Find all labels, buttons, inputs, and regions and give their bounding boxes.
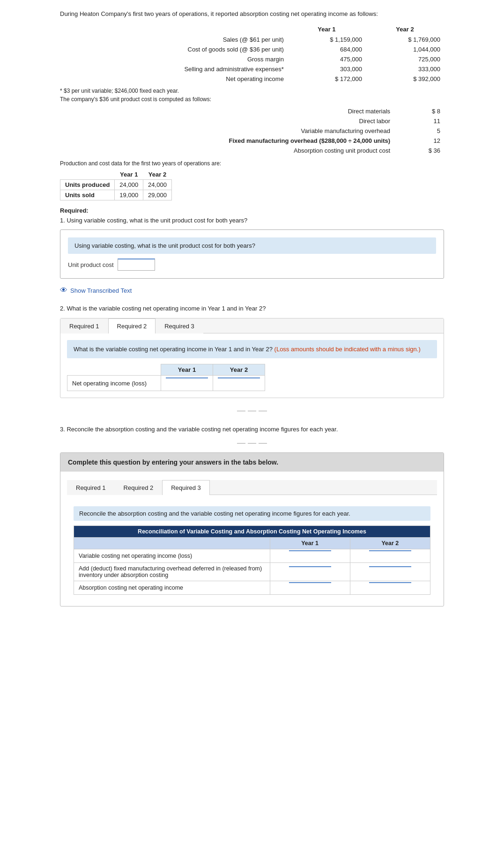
noi-header-year1: Year 1 <box>161 364 213 376</box>
show-transcribed-label: Show Transcribed Text <box>70 287 132 294</box>
production-intro: Production and cost data for the first t… <box>60 160 444 167</box>
uc-row-label-3: Fixed manufacturing overhead ($288,000 ÷… <box>60 136 394 146</box>
question2-text: 2. What is the variable costing net oper… <box>60 304 444 313</box>
noi-year1-input[interactable] <box>166 377 208 389</box>
answer-box-1: Using variable costing, what is the unit… <box>60 229 444 279</box>
tabs-required-1: Required 1 Required 2 Required 3 What is… <box>60 318 444 399</box>
tab-required2-b[interactable]: Required 2 <box>115 480 163 495</box>
recon-row-1: Add (deduct) fixed manufacturing overhea… <box>74 562 430 581</box>
recon-main-title: Reconciliation of Variable Costing and A… <box>74 525 430 537</box>
q1-in-box: Using variable costing, what is the unit… <box>68 237 436 254</box>
intro-text: During Heaton Company's first two years … <box>60 9 444 19</box>
noi-header-year2: Year 2 <box>213 364 265 376</box>
complete-box: Complete this question by entering your … <box>60 452 444 606</box>
recon-col-year1: Year 1 <box>270 537 350 549</box>
uc-row-val-3: 12 <box>394 136 444 146</box>
uc-row-val-2: 5 <box>394 126 444 136</box>
income-table: Year 1 Year 2 Sales (@ $61 per unit)$ 1,… <box>60 24 444 84</box>
prod-row-label-1: Units sold <box>60 190 115 200</box>
noi-row: Net operating income (loss) <box>67 376 265 391</box>
prod-header-year1: Year 1 <box>115 170 143 180</box>
income-row-y2-0: $ 1,769,000 <box>366 35 444 44</box>
complete-box-inner: Required 1 Required 2 Required 3 Reconci… <box>60 472 444 606</box>
tab2-question: What is the variable costing net operati… <box>67 340 437 359</box>
noi-year2-input[interactable] <box>218 377 260 389</box>
reconcile-question: Reconcile the absorption costing and the… <box>74 506 430 521</box>
income-row-y2-3: 333,000 <box>366 64 444 74</box>
recon-y1-input-2[interactable] <box>289 582 331 593</box>
tab-required1-b[interactable]: Required 1 <box>67 480 115 495</box>
uc-row-val-1: 11 <box>394 116 444 126</box>
uc-row-label-4: Absorption costing unit product cost <box>60 146 394 155</box>
uc-row-val-0: $ 8 <box>394 106 444 116</box>
footnote-1: * $3 per unit variable; $246,000 fixed e… <box>60 88 444 94</box>
complete-tab-content: Reconcile the absorption costing and the… <box>67 495 437 601</box>
unit-product-cost-input[interactable] <box>118 259 155 271</box>
prod-row-y1-0: 24,000 <box>115 179 143 190</box>
prod-row-y1-1: 19,000 <box>115 190 143 200</box>
recon-y1-cell-0 <box>270 549 350 562</box>
recon-label-0: Variable costing net operating income (l… <box>74 549 270 562</box>
tab-required3-a[interactable]: Required 3 <box>156 318 203 333</box>
tab-content-req2: What is the variable costing net operati… <box>60 333 444 398</box>
income-row-label-4: Net operating income <box>60 74 288 84</box>
income-row-label-0: Sales (@ $61 per unit) <box>60 35 288 44</box>
noi-year1-cell <box>161 376 213 391</box>
income-row-y1-2: 475,000 <box>288 54 366 64</box>
eye-icon: 👁 <box>60 286 67 295</box>
prod-row-y2-1: 29,000 <box>143 190 172 200</box>
uc-row-label-2: Variable manufacturing overhead <box>60 126 394 136</box>
income-row-y1-3: 303,000 <box>288 64 366 74</box>
prod-row-y2-0: 24,000 <box>143 179 172 190</box>
recon-col-year2: Year 2 <box>350 537 430 549</box>
recon-y2-input-1[interactable] <box>369 566 411 577</box>
uc-row-label-1: Direct labor <box>60 116 394 126</box>
show-transcribed-btn[interactable]: 👁 Show Transcribed Text <box>60 286 444 295</box>
recon-y1-cell-1 <box>270 562 350 581</box>
scroll-indicator-2: — — — <box>60 438 444 448</box>
recon-y2-input-0[interactable] <box>369 550 411 562</box>
recon-y1-input-0[interactable] <box>289 550 331 562</box>
recon-y1-input-1[interactable] <box>289 566 331 577</box>
recon-label-2: Absorption costing net operating income <box>74 581 270 594</box>
income-row-label-3: Selling and administrative expenses* <box>60 64 288 74</box>
noi-year2-cell <box>213 376 265 391</box>
noi-row-label: Net operating income (loss) <box>67 376 161 391</box>
income-row-y1-0: $ 1,159,000 <box>288 35 366 44</box>
prod-header-year2: Year 2 <box>143 170 172 180</box>
tabs-header-1: Required 1 Required 2 Required 3 <box>60 318 444 333</box>
recon-table: Reconciliation of Variable Costing and A… <box>74 525 430 595</box>
income-row-y1-1: 684,000 <box>288 44 366 54</box>
question3-text: 3. Reconcile the absorption costing and … <box>60 425 444 434</box>
production-table: Year 1 Year 2 Units produced24,00024,000… <box>60 170 172 200</box>
income-row-y2-2: 725,000 <box>366 54 444 64</box>
recon-y2-cell-2 <box>350 581 430 594</box>
income-row-y1-4: $ 172,000 <box>288 74 366 84</box>
income-row-y2-1: 1,044,000 <box>366 44 444 54</box>
footnote-2: The company's $36 unit product cost is c… <box>60 96 444 103</box>
prod-row-label-0: Units produced <box>60 179 115 190</box>
unit-product-cost-label: Unit product cost <box>68 261 114 268</box>
recon-label-1: Add (deduct) fixed manufacturing overhea… <box>74 562 270 581</box>
uc-row-label-0: Direct materials <box>60 106 394 116</box>
tab-required1-a[interactable]: Required 1 <box>60 318 108 333</box>
uc-row-val-4: $ 36 <box>394 146 444 155</box>
required-label: Required: <box>60 207 444 214</box>
question1-text: 1. Using variable costing, what is the u… <box>60 216 444 225</box>
income-header-year1: Year 1 <box>288 24 366 35</box>
tab2-highlight: (Loss amounts should be indicated with a… <box>274 346 421 353</box>
income-header-year2: Year 2 <box>366 24 444 35</box>
recon-row-0: Variable costing net operating income (l… <box>74 549 430 562</box>
recon-row-2: Absorption costing net operating income <box>74 581 430 594</box>
recon-y1-cell-2 <box>270 581 350 594</box>
recon-col-blank <box>74 537 270 549</box>
recon-y2-input-2[interactable] <box>369 582 411 593</box>
recon-y2-cell-0 <box>350 549 430 562</box>
complete-box-header: Complete this question by entering your … <box>60 453 444 472</box>
complete-tabs-header: Required 1 Required 2 Required 3 <box>67 480 437 495</box>
scroll-indicator: — — — <box>60 406 444 415</box>
tab-required2-a[interactable]: Required 2 <box>108 318 156 333</box>
income-row-label-1: Cost of goods sold (@ $36 per unit) <box>60 44 288 54</box>
tab-required3-b[interactable]: Required 3 <box>162 480 210 495</box>
income-row-label-2: Gross margin <box>60 54 288 64</box>
